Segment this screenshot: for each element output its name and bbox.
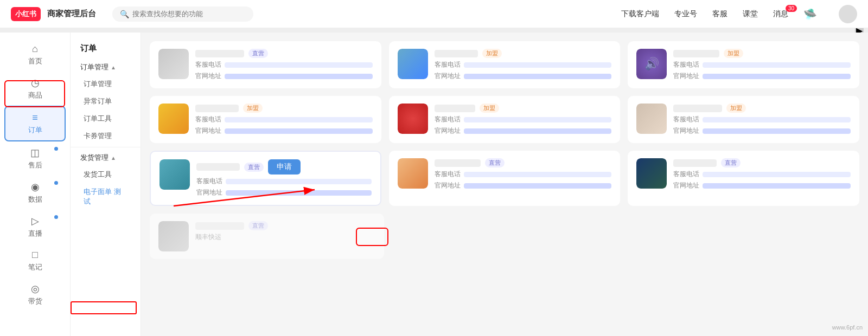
submenu-item-order-tools[interactable]: 订单工具 (71, 110, 141, 127)
sidebar-item-data[interactable]: ◉ 数据 (0, 176, 70, 210)
phone-value-2 (464, 62, 612, 68)
orders-icon: ≡ (32, 112, 38, 124)
site-title: 商家管理后台 (47, 9, 96, 19)
apply-button-7[interactable]: 申请 (268, 159, 301, 175)
phone-label-9: 客服电话 (673, 170, 699, 179)
cards-grid: 直营 客服电话 官网地址 (150, 41, 859, 206)
chevron-down-icon: ▲ (111, 155, 116, 161)
submenu-group-orders[interactable]: 订单管理 ▲ (71, 59, 141, 75)
submenu-divider (71, 147, 141, 147)
submenu-item-abnormal[interactable]: 异常订单 (71, 93, 141, 110)
notification-badge: 30 (786, 5, 797, 12)
nav-support[interactable]: 客服 (712, 9, 727, 19)
sidebar-item-aftersale[interactable]: ◫ 售后 (0, 141, 70, 176)
search-input[interactable] (132, 10, 246, 18)
submenu-item-ship-tools[interactable]: 发货工具 (71, 166, 141, 183)
store-name-partial (195, 222, 244, 230)
store-avatar-2 (398, 49, 428, 79)
sidebar-item-notes[interactable]: □ 笔记 (0, 244, 70, 277)
submenu-group-ship-label: 发货管理 (80, 153, 108, 163)
website-value-8 (464, 183, 612, 189)
phone-label-2: 客服电话 (435, 60, 461, 69)
store-tag-7: 直营 (244, 163, 264, 172)
sidebar-item-goods[interactable]: ◎ 带货 (0, 277, 70, 312)
submenu-item-e-waybill[interactable]: 电子面单 测试 (71, 183, 141, 210)
sidebar-label-data: 数据 (28, 195, 42, 204)
store-tag-partial: 直营 (248, 221, 268, 230)
search-bar[interactable]: 🔍 (112, 7, 253, 22)
chevron-up-icon: ▲ (111, 64, 116, 70)
store-card-6: 加盟 客服电话 官网地址 (628, 96, 859, 143)
sidebar: ⌂ 首页 ◷ 商品 ≡ 订单 ◫ 售后 ◉ 数据 ▷ 直播 □ 笔记 (0, 33, 71, 336)
submenu-panel: 订单 订单管理 ▲ 订单管理 异常订单 订单工具 卡券管理 发货管理 ▲ 发货工… (71, 33, 141, 336)
website-value-3 (703, 74, 851, 79)
website-label-9: 官网地址 (673, 181, 699, 190)
store-card-partial: 直营 顺丰快运 (150, 214, 384, 259)
user-avatar[interactable] (839, 5, 857, 23)
phone-value-3 (703, 62, 851, 68)
sidebar-label-live: 直播 (28, 229, 42, 238)
sidebar-item-orders[interactable]: ≡ 订单 (4, 106, 66, 141)
store-name-4 (195, 105, 239, 112)
data-dot (54, 181, 58, 185)
phone-value-4 (225, 117, 373, 122)
store-tag-8: 直营 (485, 158, 505, 167)
store-avatar-3: 🔊 (636, 49, 667, 79)
phone-value-5 (464, 117, 612, 122)
sidebar-item-live[interactable]: ▷ 直播 (0, 210, 70, 244)
logo-button[interactable]: 小红书 (11, 7, 41, 21)
aftersale-icon: ◫ (30, 147, 40, 159)
data-icon: ◉ (31, 181, 40, 193)
store-card-1: 直营 客服电话 官网地址 (150, 41, 381, 88)
goods-icon: ◎ (31, 283, 40, 295)
store-name-2 (435, 50, 478, 57)
store-tag-6: 加盟 (726, 104, 746, 113)
nav-download[interactable]: 下载客户端 (621, 9, 659, 19)
website-label-4: 官网地址 (195, 126, 221, 135)
phone-label-8: 客服电话 (435, 170, 461, 179)
store-name-6 (673, 105, 722, 112)
sidebar-label-aftersale: 售后 (28, 160, 42, 170)
sidebar-label-goods: 带货 (28, 296, 42, 306)
website-value-4 (225, 128, 373, 134)
store-card-2: 加盟 客服电话 官网地址 (389, 41, 621, 88)
sidebar-item-products[interactable]: ◷ 商品 (0, 72, 70, 106)
nav-course[interactable]: 课堂 (743, 9, 758, 19)
website-value-6 (703, 128, 851, 134)
submenu-item-coupon[interactable]: 卡券管理 (71, 127, 141, 145)
aftersale-dot (54, 147, 58, 151)
submenu-item-order-manage[interactable]: 订单管理 (71, 75, 141, 93)
store-card-4: 加盟 客服电话 官网地址 (150, 96, 381, 143)
nav-links: 下载客户端 专业号 客服 课堂 消息 30 🛸 (621, 5, 857, 23)
main-layout: ⌂ 首页 ◷ 商品 ≡ 订单 ◫ 售后 ◉ 数据 ▷ 直播 □ 笔记 (0, 33, 868, 336)
planet-icon[interactable]: 🛸 (803, 8, 817, 21)
content-area[interactable]: 直营 客服电话 官网地址 (141, 33, 868, 336)
store-card-8: 直营 客服电话 官网地址 (389, 151, 621, 206)
submenu-group-ship[interactable]: 发货管理 ▲ (71, 150, 141, 166)
phone-label-1: 客服电话 (195, 60, 221, 69)
store-avatar-4 (158, 104, 189, 134)
nav-pro[interactable]: 专业号 (674, 9, 697, 19)
website-label-8: 官网地址 (435, 181, 461, 190)
store-avatar-6 (636, 104, 667, 134)
store-tag-4: 加盟 (243, 104, 263, 113)
watermark: www.6pf.cn (832, 324, 863, 331)
sidebar-label-products: 商品 (28, 91, 42, 100)
submenu-group-orders-label: 订单管理 (80, 62, 108, 72)
progress-bar-area: ▶ (0, 28, 868, 33)
store-card-5: 加盟 客服电话 官网地址 (389, 96, 621, 143)
website-label-2: 官网地址 (435, 72, 461, 81)
phone-value-9 (703, 172, 851, 177)
notes-icon: □ (32, 249, 38, 261)
store-tag-2: 加盟 (482, 49, 502, 58)
notification-wrap[interactable]: 消息 30 (773, 9, 788, 19)
sidebar-item-home[interactable]: ⌂ 首页 (0, 38, 70, 72)
website-label-1: 官网地址 (195, 72, 221, 81)
website-label-3: 官网地址 (673, 72, 699, 81)
store-name-1 (195, 50, 244, 57)
top-navigation: 小红书 商家管理后台 🔍 下载客户端 专业号 客服 课堂 消息 30 🛸 (0, 0, 868, 28)
store-name-5 (435, 105, 475, 112)
search-icon: 🔍 (120, 10, 129, 18)
website-value-2 (464, 74, 612, 79)
phone-label-7: 客服电话 (196, 177, 222, 186)
